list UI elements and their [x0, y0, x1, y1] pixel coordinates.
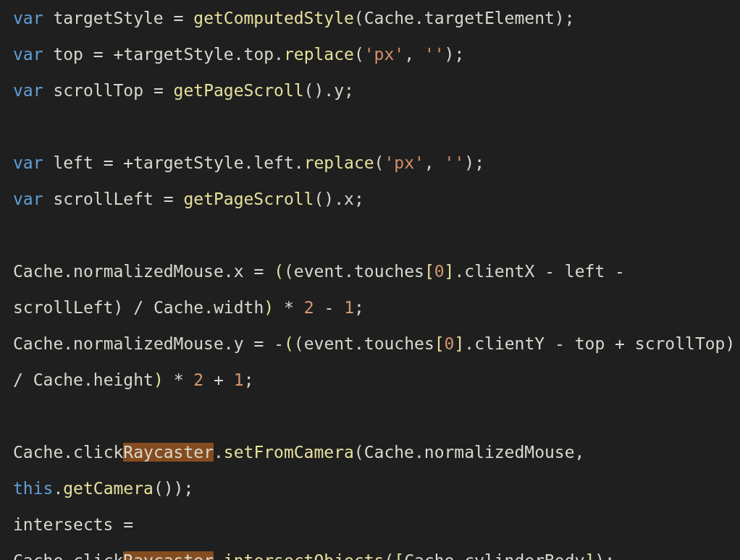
code-token: -	[615, 262, 625, 281]
number-token: 2	[304, 298, 314, 317]
code-token: +	[114, 45, 124, 64]
code-line[interactable]: var scrollTop = getPageScroll().y;	[13, 81, 354, 100]
code-token: (	[354, 443, 364, 462]
function-token: intersectObjects	[224, 551, 384, 560]
code-token: .	[294, 153, 304, 172]
code-line[interactable]: var top = +targetStyle.top.replace('px',…	[13, 45, 464, 64]
code-token: [	[424, 262, 434, 281]
code-line[interactable]: Cache.clickRaycaster.setFromCamera(Cache…	[13, 443, 594, 498]
code-token: top	[244, 45, 274, 64]
number-token: 1	[344, 298, 354, 317]
code-line[interactable]: var left = +targetStyle.left.replace('px…	[13, 153, 484, 172]
string-token: 'px'	[364, 45, 404, 64]
code-line[interactable]: var targetStyle = getComputedStyle(Cache…	[13, 9, 575, 27]
code-token: y	[334, 81, 344, 100]
code-line[interactable]: var scrollLeft = getPageScroll().x;	[13, 190, 364, 208]
code-token: normalizedMouse	[73, 262, 224, 281]
function-token: getComputedStyle	[193, 9, 354, 27]
keyword-token: var	[13, 81, 43, 100]
code-token: (	[284, 262, 294, 281]
code-token: .	[244, 153, 254, 172]
code-token: (	[384, 551, 394, 560]
number-token: 0	[434, 262, 445, 281]
code-token: =	[154, 81, 164, 100]
code-token	[123, 298, 133, 317]
function-token: replace	[284, 45, 354, 64]
code-token: +	[615, 334, 625, 353]
code-token: /	[13, 370, 23, 389]
code-token: (	[154, 479, 164, 498]
code-token: .	[203, 298, 214, 317]
code-token: )	[113, 298, 123, 317]
code-line[interactable]: intersects = Cache.clickRaycaster.inters…	[13, 515, 615, 560]
code-token: .	[63, 334, 73, 353]
code-token	[735, 334, 740, 353]
code-token	[545, 334, 555, 353]
code-token: .	[214, 443, 224, 462]
code-token: )	[314, 81, 324, 100]
code-token: Cache	[143, 298, 203, 317]
code-token: .	[63, 262, 73, 281]
code-token	[584, 443, 594, 462]
code-token	[334, 298, 344, 317]
keyword-token: var	[13, 190, 43, 208]
code-line[interactable]: Cache.normalizedMouse.y = -((event.touch…	[13, 334, 740, 389]
code-token: -	[274, 334, 284, 353]
code-editor-content[interactable]: var targetStyle = getComputedStyle(Cache…	[0, 0, 740, 560]
code-token: =	[174, 9, 184, 27]
code-token: ;	[474, 153, 484, 172]
code-token: )	[445, 45, 455, 64]
code-token: (	[354, 45, 364, 64]
code-token: .	[53, 479, 63, 498]
code-token	[164, 81, 174, 100]
number-token: 0	[445, 334, 455, 353]
code-token: scrollTop	[625, 334, 725, 353]
code-token: ;	[244, 370, 254, 389]
code-token	[164, 370, 174, 389]
code-token: .	[63, 443, 73, 462]
code-token: ;	[183, 479, 193, 498]
code-token: (	[294, 334, 304, 353]
code-token: height	[93, 370, 154, 389]
keyword-token: var	[13, 153, 43, 172]
code-token: click	[73, 443, 123, 462]
code-line[interactable]: Cache.normalizedMouse.x = ((event.touche…	[13, 262, 635, 317]
code-token	[224, 370, 234, 389]
code-token: =	[253, 334, 264, 353]
code-token: cylinderBody	[464, 551, 584, 560]
code-token: )	[154, 370, 164, 389]
code-token: event	[294, 262, 344, 281]
code-token: ,	[424, 153, 434, 172]
code-token: .	[63, 551, 73, 560]
code-token	[264, 334, 274, 353]
code-token: .	[214, 551, 224, 560]
code-token: )	[464, 153, 474, 172]
code-token: Cache	[23, 370, 83, 389]
search-highlight: Raycaster	[123, 551, 214, 560]
code-token: click	[73, 551, 123, 560]
code-token: ;	[565, 9, 575, 27]
code-token: .	[224, 334, 234, 353]
code-token: .	[454, 551, 464, 560]
code-token: x	[234, 262, 244, 281]
code-token: touches	[364, 334, 434, 353]
code-token: Cache	[364, 9, 414, 27]
code-token	[104, 45, 114, 64]
code-token: [	[434, 334, 445, 353]
code-token: y	[234, 334, 244, 353]
string-token: 'px'	[384, 153, 424, 172]
keyword-token: this	[13, 479, 53, 498]
string-token: ''	[445, 153, 465, 172]
code-token	[434, 153, 445, 172]
code-token: normalizedMouse	[424, 443, 575, 462]
code-token: .	[414, 443, 424, 462]
code-token: top	[575, 334, 615, 353]
code-token: .	[324, 81, 334, 100]
code-token	[414, 45, 424, 64]
code-token: ;	[454, 45, 464, 64]
code-token: -	[555, 334, 565, 353]
code-token: )	[174, 479, 184, 498]
code-token: .	[334, 190, 344, 208]
code-token: (	[274, 262, 284, 281]
code-token: .	[234, 45, 244, 64]
